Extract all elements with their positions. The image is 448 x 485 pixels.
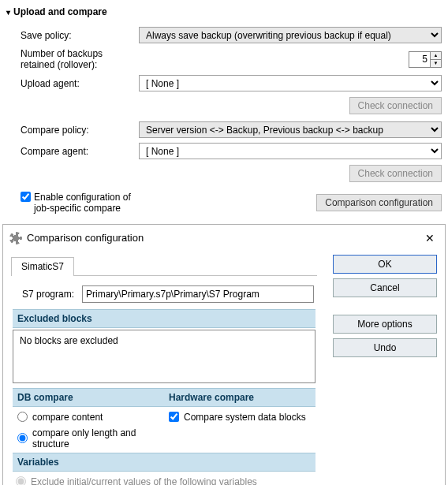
hw-compare-label: Compare system data blocks [184,412,306,423]
db-compare-content-label: compare content [32,412,103,423]
band-variables: Variables [13,453,315,472]
band-db-compare: DB compare [13,388,164,407]
spinner-up[interactable]: ▲ [431,52,441,60]
spinner-down[interactable]: ▼ [431,60,441,67]
tab-simatics7[interactable]: SimaticS7 [11,257,74,276]
save-policy-label: Save policy: [21,30,139,41]
s7-program-label: S7 program: [22,289,74,300]
vars-exclude-label: Exclude initial/current values of the fo… [31,476,257,485]
s7-program-input[interactable] [82,285,314,303]
excluded-blocks-text: No blocks are excluded [20,335,118,346]
section-header[interactable]: ▾ Upload and compare [6,3,442,24]
cancel-button[interactable]: Cancel [333,278,437,297]
upload-agent-label: Upload agent: [21,78,139,89]
hw-compare-checkbox[interactable] [169,412,179,422]
gear-icon [9,232,22,244]
comparison-config-button[interactable]: Comparison configuration [316,194,442,211]
backup-count-label: Number of backups retained (rollover): [21,48,139,70]
enable-config-label: Enable configuration of job-specific com… [34,192,144,215]
db-compare-length-radio[interactable] [17,433,28,443]
more-options-button[interactable]: More options [333,315,437,334]
compare-policy-label: Compare policy: [21,125,139,136]
band-hw-compare: Hardware compare [164,388,315,407]
db-compare-length-label: compare only length and structure [32,427,159,450]
check-connection-upload-button[interactable]: Check connection [349,97,442,114]
save-policy-select[interactable]: Always save backup (overwriting previous… [139,27,442,43]
vars-exclude-radio [16,476,26,485]
section-title: Upload and compare [13,6,107,17]
compare-agent-label: Compare agent: [21,146,139,157]
db-compare-content-radio[interactable] [17,412,28,422]
backup-count-input[interactable] [409,51,431,68]
compare-agent-select[interactable]: [ None ] [139,143,442,159]
chevron-down-icon: ▾ [6,8,10,17]
upload-agent-select[interactable]: [ None ] [139,75,442,91]
band-excluded-blocks: Excluded blocks [13,309,315,328]
compare-policy-select[interactable]: Server version <-> Backup, Previous back… [139,121,442,138]
comparison-config-dialog: Comparison configuration ✕ SimaticS7 S7 … [2,224,446,485]
close-icon[interactable]: ✕ [421,229,439,247]
enable-config-checkbox[interactable] [21,192,31,202]
undo-button[interactable]: Undo [333,338,437,357]
dialog-title: Comparison configuration [27,232,144,244]
check-connection-compare-button[interactable]: Check connection [349,165,442,182]
excluded-blocks-box[interactable]: No blocks are excluded [13,330,315,383]
ok-button[interactable]: OK [333,255,437,274]
